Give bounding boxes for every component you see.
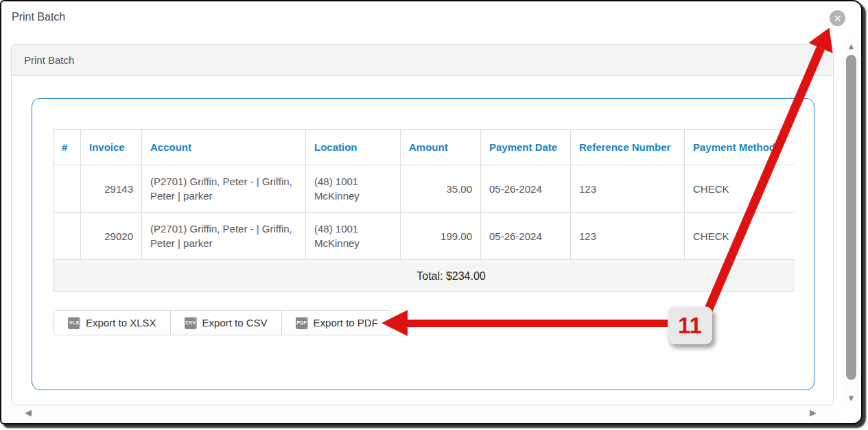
dialog-title: Print Batch [12,11,65,23]
cell-location: (48) 1001 McKinney [306,213,401,260]
screenshot-stage: Print Batch ✕ Print Batch # Invoice Acco… [0,0,868,430]
export-xlsx-label: Export to XLSX [86,317,156,329]
export-pdf-label: Export to PDF [314,317,378,329]
cell-reference-number: 123 [571,165,685,213]
cell-account: (P2701) Griffin, Peter - | Griffin, Pete… [142,165,306,213]
cell-amount: 199.00 [401,213,481,260]
panel-header: Print Batch [12,45,833,76]
cell-amount: 35.00 [401,165,481,213]
vertical-scrollbar-thumb[interactable] [846,55,856,380]
export-xlsx-button[interactable]: XLS Export to XLSX [54,311,171,335]
cell-location: (48) 1001 McKinney [306,165,401,213]
col-header-payment-date: Payment Date [481,130,571,165]
table-header-row: # Invoice Account Location Amount Paymen… [54,130,795,165]
cell-payment-method: CHECK [685,213,795,260]
cell-payment-date: 05-26-2024 [481,165,571,213]
col-header-reference-number: Reference Number [571,130,685,165]
csv-file-icon: CSV [185,317,197,329]
vertical-scrollbar[interactable]: ▲ ▼ [843,37,860,407]
table-row: 29143 (P2701) Griffin, Peter - | Griffin… [54,165,795,213]
col-header-account: Account [142,130,306,165]
print-batch-dialog: Print Batch ✕ Print Batch # Invoice Acco… [0,0,863,425]
payments-table: # Invoice Account Location Amount Paymen… [53,129,795,292]
scroll-left-icon[interactable]: ◀ [25,408,32,417]
step-number-badge: 11 [668,307,712,344]
cell-payment-method: CHECK [685,165,795,213]
col-header-number: # [54,130,81,165]
cell-reference-number: 123 [571,213,685,260]
scroll-down-icon[interactable]: ▼ [843,394,860,403]
table-row: 29020 (P2701) Griffin, Peter - | Griffin… [54,213,795,260]
table-total-row: Total: $234.00 [54,260,795,292]
xlsx-file-icon: XLS [68,317,80,329]
export-button-group: XLS Export to XLSX CSV Export to CSV PDF… [54,310,392,335]
export-csv-label: Export to CSV [202,317,268,329]
total-amount-label: Total: $234.00 [54,260,795,292]
export-csv-button[interactable]: CSV Export to CSV [171,311,282,335]
cell-payment-date: 05-26-2024 [481,213,571,260]
col-header-payment-method: Payment Method [685,130,795,165]
payments-table-container: # Invoice Account Location Amount Paymen… [53,129,795,292]
col-header-invoice: Invoice [81,130,142,165]
scroll-up-icon[interactable]: ▲ [843,42,860,51]
cell-account: (P2701) Griffin, Peter - | Griffin, Pete… [142,213,306,260]
cell-invoice: 29020 [81,213,142,260]
export-pdf-button[interactable]: PDF Export to PDF [282,311,392,335]
scroll-right-icon[interactable]: ▶ [810,408,817,417]
cell-number [54,213,81,260]
col-header-amount: Amount [401,130,481,165]
horizontal-scrollbar[interactable]: ◀ ▶ [4,406,840,421]
cell-number [54,165,81,213]
close-icon[interactable]: ✕ [830,10,845,26]
col-header-location: Location [306,130,401,165]
pdf-file-icon: PDF [296,317,308,329]
panel-title: Print Batch [24,54,74,66]
cell-invoice: 29143 [81,165,142,213]
